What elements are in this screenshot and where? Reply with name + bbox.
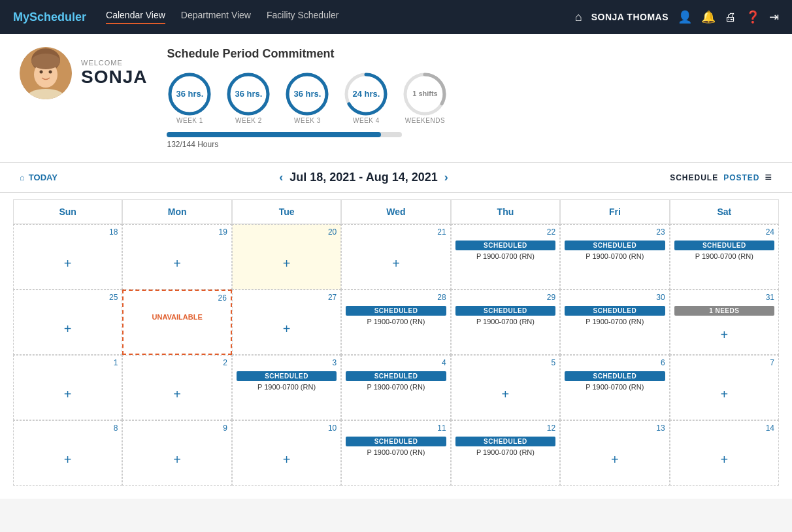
progress-bar-bg	[167, 132, 402, 137]
week-row-4: 8 + 9 + 10 + 11 SCHEDULED P 1900-0700 (R…	[13, 420, 779, 486]
badge-12: SCHEDULED	[455, 437, 555, 446]
date-25: 25	[18, 293, 118, 302]
next-arrow[interactable]: ›	[438, 171, 455, 184]
date-11: 11	[346, 424, 446, 433]
add-shift-9[interactable]: +	[127, 437, 227, 482]
day-25: 25 +	[13, 290, 122, 355]
badge-24: SCHEDULED	[674, 241, 774, 250]
date-13: 13	[565, 424, 665, 433]
commitment-title: Schedule Period Commitment	[167, 47, 772, 61]
svg-point-5	[31, 54, 60, 69]
day-26: 26 UNAVAILABLE	[122, 290, 231, 355]
circle-week3: 36 hrs. WEEK 3	[284, 71, 330, 124]
shift-29: P 1900-0700 (RN)	[455, 318, 555, 325]
circle-week4-value: 24 hrs.	[353, 89, 380, 99]
date-23: 23	[565, 227, 665, 237]
shift-3: P 1900-0700 (RN)	[237, 383, 337, 391]
date-5: 5	[455, 358, 555, 367]
date-31: 31	[674, 293, 774, 302]
day-19: 19 +	[122, 224, 231, 290]
week-row-2: 25 + 26 UNAVAILABLE 27 + 28 SCHEDULED P …	[13, 290, 779, 355]
user-avatar-icon[interactable]: 👤	[678, 10, 692, 24]
filter-icon[interactable]: ≡	[765, 171, 772, 184]
add-shift-10[interactable]: +	[237, 437, 337, 482]
add-shift-20[interactable]: +	[237, 241, 337, 286]
shift-30: P 1900-0700 (RN)	[565, 318, 665, 325]
badge-28: SCHEDULED	[346, 306, 446, 316]
date-1: 1	[18, 358, 118, 367]
date-8: 8	[18, 424, 118, 433]
add-shift-31[interactable]: +	[674, 318, 774, 352]
date-28: 28	[346, 293, 446, 302]
add-shift-5[interactable]: +	[455, 371, 555, 417]
add-shift-19[interactable]: +	[127, 241, 227, 286]
navbar: MyScheduler Calendar View Department Vie…	[0, 0, 792, 34]
date-9: 9	[127, 424, 227, 433]
badge-30: SCHEDULED	[565, 306, 665, 316]
nav-calendar-view[interactable]: Calendar View	[106, 10, 165, 24]
bell-icon[interactable]: 🔔	[701, 10, 716, 24]
shift-23: P 1900-0700 (RN)	[565, 252, 665, 260]
calendar-header-row: Sun Mon Tue Wed Thu Fri Sat	[13, 199, 779, 224]
welcome-text: WELCOME SONJA	[81, 59, 147, 88]
date-27: 27	[237, 293, 337, 302]
schedule-label: SCHEDULE	[670, 173, 718, 182]
avatar	[20, 47, 72, 99]
day-18: 18 +	[13, 224, 122, 290]
navbar-right: ⌂ SONJA THOMAS 👤 🔔 🖨 ❓ ⇥	[575, 10, 779, 24]
day-7: 7 +	[670, 355, 779, 420]
badge-29: SCHEDULED	[455, 306, 555, 316]
date-6: 6	[565, 358, 665, 367]
circle-week4-ring: 24 hrs.	[343, 71, 389, 117]
logout-icon[interactable]: ⇥	[769, 10, 779, 24]
home-icon[interactable]: ⌂	[575, 10, 582, 24]
date-7: 7	[674, 358, 774, 367]
day-28: 28 SCHEDULED P 1900-0700 (RN)	[341, 290, 450, 355]
day-11: 11 SCHEDULED P 1900-0700 (RN)	[341, 420, 450, 486]
add-shift-21[interactable]: +	[346, 241, 446, 286]
circle-week2: 36 hrs. WEEK 2	[225, 71, 271, 124]
help-icon[interactable]: ❓	[746, 10, 760, 24]
nav-department-view[interactable]: Department View	[181, 10, 251, 24]
date-24: 24	[674, 227, 774, 237]
date-nav-wrapper: ‹ Jul 18, 2021 - Aug 14, 2021 ›	[58, 171, 670, 184]
badge-31: 1 NEEDS	[674, 306, 774, 316]
svg-point-3	[40, 71, 43, 74]
add-shift-13[interactable]: +	[565, 437, 665, 482]
today-button[interactable]: ⌂ TODAY	[20, 173, 58, 182]
header-mon: Mon	[122, 199, 231, 224]
circle-week1-value: 36 hrs.	[176, 89, 204, 99]
add-shift-27[interactable]: +	[237, 306, 337, 352]
commitment-circles: 36 hrs. WEEK 1 36 hrs. WEEK 2	[167, 71, 772, 124]
circle-week2-label: WEEK 2	[235, 117, 262, 124]
day-5: 5 +	[451, 355, 560, 420]
circle-week1-ring: 36 hrs.	[167, 71, 212, 117]
prev-arrow[interactable]: ‹	[272, 171, 289, 184]
add-shift-8[interactable]: +	[18, 437, 118, 482]
print-icon[interactable]: 🖨	[725, 10, 736, 24]
circle-week2-value: 36 hrs.	[235, 89, 263, 99]
date-22: 22	[455, 227, 555, 237]
add-shift-2[interactable]: +	[127, 371, 227, 417]
avatar-image	[20, 47, 72, 99]
nav-facility-scheduler[interactable]: Facility Scheduler	[267, 10, 339, 24]
day-20: 20 +	[232, 224, 341, 290]
shift-4: P 1900-0700 (RN)	[346, 383, 446, 391]
date-20: 20	[237, 227, 337, 237]
circle-week1: 36 hrs. WEEK 1	[167, 71, 212, 124]
add-shift-14[interactable]: +	[674, 437, 774, 482]
header-fri: Fri	[560, 199, 669, 224]
day-9: 9 +	[122, 420, 231, 486]
day-12: 12 SCHEDULED P 1900-0700 (RN)	[451, 420, 560, 486]
add-shift-1[interactable]: +	[18, 371, 118, 417]
circle-week3-ring: 36 hrs.	[284, 71, 330, 117]
date-14: 14	[674, 424, 774, 433]
shift-12: P 1900-0700 (RN)	[455, 448, 555, 456]
day-8: 8 +	[13, 420, 122, 486]
add-shift-7[interactable]: +	[674, 371, 774, 417]
add-shift-18[interactable]: +	[18, 241, 118, 286]
unavailable-label-26: UNAVAILABLE	[127, 313, 226, 321]
add-shift-25[interactable]: +	[18, 306, 118, 352]
svg-point-4	[49, 71, 52, 74]
circle-week4-label: WEEK 4	[353, 117, 380, 124]
